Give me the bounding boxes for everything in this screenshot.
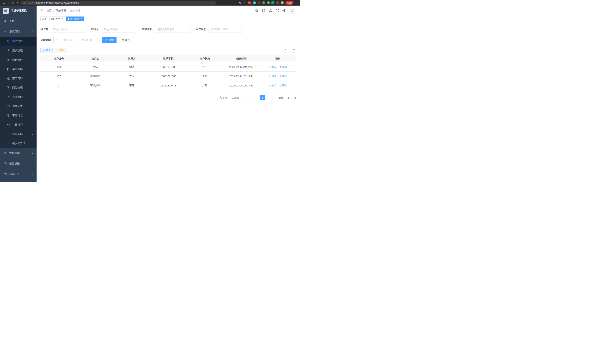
- ext-icon-adblock[interactable]: 10: [248, 1, 251, 4]
- close-icon[interactable]: ×: [80, 18, 83, 20]
- message-icon: [7, 105, 10, 108]
- tenant-name-input[interactable]: [51, 26, 86, 32]
- col-status: 租户状态: [187, 55, 223, 62]
- page-size-value: 10条/页: [232, 96, 239, 99]
- date-range-picker[interactable]: 开始日期 - 结束日期: [53, 37, 98, 43]
- ext-icon-green[interactable]: Y: [267, 1, 270, 4]
- yen-icon: ¥: [4, 152, 7, 155]
- tab-tenant[interactable]: 租户管理 ×: [66, 17, 84, 21]
- delete-link[interactable]: 删除: [279, 84, 287, 87]
- ext-icon-dark[interactable]: [258, 1, 261, 4]
- search-icon[interactable]: [255, 9, 258, 12]
- ext-icon-blue[interactable]: [253, 1, 256, 4]
- bookmark-star-icon[interactable]: ☆: [243, 1, 246, 4]
- share-icon[interactable]: [238, 1, 241, 4]
- ext-icon-olive[interactable]: [262, 1, 265, 4]
- sidebar-item-infra[interactable]: 基础设施: [0, 159, 37, 169]
- search-button-label: 搜索: [109, 38, 113, 42]
- cell-name: 芋道源码: [77, 81, 113, 90]
- sidebar-item-menu[interactable]: 菜单管理: [0, 65, 37, 74]
- add-button[interactable]: 新增: [40, 48, 53, 53]
- sidebar-item-devtools[interactable]: 研发工具: [0, 169, 37, 179]
- edit-document-icon: [7, 114, 10, 117]
- collapse-sidebar-icon[interactable]: [39, 9, 43, 13]
- browser-actions: ☆ 10 Y 更新 ⋮: [238, 1, 298, 5]
- tab-dept[interactable]: 部门管理 ×: [49, 17, 65, 21]
- contact-mobile-input[interactable]: [155, 26, 191, 32]
- tags-view-bar: 首页 部门管理 × 租户管理 ×: [37, 16, 300, 22]
- user-icon: [7, 49, 10, 52]
- user-avatar-menu[interactable]: ▾: [289, 8, 297, 14]
- sidebar-item-user[interactable]: 用户管理: [0, 46, 37, 55]
- edit-link[interactable]: 修改: [269, 75, 276, 78]
- browser-back-button[interactable]: ←: [2, 0, 6, 5]
- help-icon[interactable]: [269, 9, 272, 12]
- sidebar-item-tenant[interactable]: 租户管理: [0, 37, 37, 46]
- search-button[interactable]: 搜索: [103, 37, 116, 43]
- toggle-search-button[interactable]: [283, 48, 288, 53]
- app-logo[interactable]: 芋道管理系统: [0, 6, 37, 16]
- cell-name: 测试: [77, 62, 113, 72]
- create-time-label: 创建时间: [40, 38, 51, 42]
- delete-link[interactable]: 删除: [279, 75, 287, 78]
- sidebar-item-label: 岗位管理: [12, 86, 23, 89]
- sidebar-item-audit-log[interactable]: 审计日志: [0, 111, 37, 120]
- refresh-table-button[interactable]: [291, 48, 296, 53]
- sidebar-item-post[interactable]: 岗位管理: [0, 83, 37, 92]
- sidebar-item-pay[interactable]: ¥ 支付管理: [0, 148, 37, 159]
- sidebar-item-role[interactable]: 角色管理: [0, 55, 37, 65]
- monitor-icon: [4, 162, 7, 165]
- page-number-current[interactable]: 1: [260, 95, 265, 100]
- sidebar-item-home[interactable]: 首页: [0, 16, 37, 26]
- address-bar[interactable]: ⚠ 不安全 | dashboard.yudao.iocoder.cn/syste…: [21, 1, 216, 5]
- browser-menu-icon[interactable]: ⋮: [296, 1, 298, 4]
- sidebar-item-label: 角色管理: [12, 58, 23, 62]
- tab-home[interactable]: 首页: [40, 17, 48, 21]
- sidebar-item-online-user[interactable]: 在线用户: [0, 120, 37, 130]
- table-tools: [283, 48, 296, 53]
- gear-icon: [4, 30, 7, 33]
- col-tenant-id: 租户编号: [40, 55, 77, 62]
- cell-name: 测试租户: [77, 72, 113, 81]
- contact-name-input[interactable]: [102, 26, 137, 32]
- reset-button[interactable]: 重置: [119, 37, 133, 43]
- url-text[interactable]: dashboard.yudao.iocoder.cn/system/tenant: [36, 1, 79, 4]
- browser-forward-button[interactable]: →: [6, 0, 11, 5]
- breadcrumb-home[interactable]: 首页: [46, 9, 52, 12]
- browser-reload-button[interactable]: ↻: [11, 0, 15, 5]
- ext-icon-avatar[interactable]: [281, 1, 284, 4]
- status-select[interactable]: 请选择租户状态 ▾: [208, 26, 244, 32]
- sidebar-item-notice[interactable]: 通知公告: [0, 102, 37, 111]
- font-size-icon[interactable]: TT: [282, 9, 286, 12]
- page-size-select[interactable]: 10条/页 ▾: [230, 95, 248, 100]
- sidebar-item-system[interactable]: 系统管理: [0, 26, 37, 37]
- security-label[interactable]: 不安全: [26, 1, 33, 4]
- breadcrumb: 首页 / 系统管理 / 租户管理: [46, 9, 81, 12]
- goto-page-input[interactable]: [285, 95, 292, 100]
- next-page-button[interactable]: ›: [268, 95, 273, 100]
- export-button[interactable]: 导出: [55, 48, 67, 53]
- browser-update-button[interactable]: 更新: [285, 1, 293, 5]
- delete-link[interactable]: 删除: [279, 65, 287, 69]
- browser-home-button[interactable]: ⌂: [15, 0, 20, 5]
- sidebar-item-label: 菜单管理: [12, 67, 23, 71]
- sidebar-item-error-code[interactable]: 错误码管理: [0, 139, 37, 148]
- close-icon[interactable]: ×: [61, 18, 64, 20]
- ext-icon-plugin[interactable]: [276, 1, 279, 4]
- sidebar-item-sms[interactable]: 短信管理: [0, 130, 37, 139]
- fullscreen-icon[interactable]: [276, 9, 279, 12]
- github-icon[interactable]: [262, 9, 265, 12]
- col-contact-name: 联系人: [113, 55, 150, 62]
- sidebar-item-label: 研发工具: [9, 172, 20, 176]
- table-toolbar: 新增 导出: [40, 48, 296, 53]
- breadcrumb-system[interactable]: 系统管理: [56, 9, 66, 12]
- top-navbar: 首页 / 系统管理 / 租户管理 TT ▾: [37, 6, 300, 16]
- sidebar-item-dept[interactable]: 部门管理: [0, 74, 37, 83]
- cell-actions: 修改 删除: [260, 72, 296, 81]
- prev-page-button[interactable]: ‹: [252, 95, 257, 100]
- contact-name-label: 联系人: [91, 28, 99, 31]
- ext-icon-green-square[interactable]: [272, 1, 274, 4]
- edit-link[interactable]: 修改: [269, 84, 276, 87]
- edit-link[interactable]: 修改: [269, 65, 276, 69]
- sidebar-item-dict[interactable]: 字典管理: [0, 92, 37, 102]
